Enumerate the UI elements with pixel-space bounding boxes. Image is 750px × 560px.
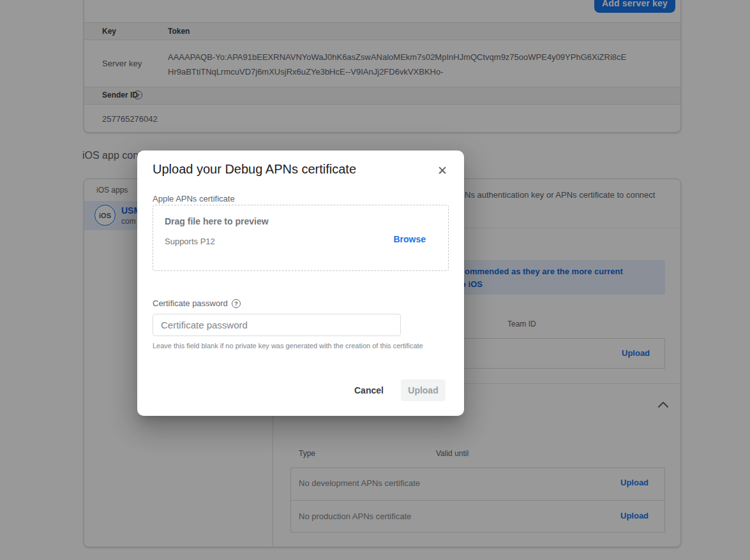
dialog-title: Upload your Debug APNs certificate <box>153 162 356 177</box>
certificate-password-label: Certificate password <box>153 298 228 308</box>
browse-link[interactable]: Browse <box>393 234 426 244</box>
certificate-dropzone[interactable]: Drag file here to preview Supports P12 B… <box>153 205 449 271</box>
cancel-button[interactable]: Cancel <box>354 385 384 395</box>
upload-button[interactable]: Upload <box>401 379 446 401</box>
password-help-icon[interactable]: ? <box>232 299 241 308</box>
certificate-password-input[interactable] <box>153 314 401 336</box>
close-icon[interactable]: ✕ <box>437 165 447 177</box>
password-helper-text: Leave this field blank if no private key… <box>153 342 423 350</box>
certificate-password-label-row: Certificate password ? <box>153 298 241 308</box>
dropzone-title: Drag file here to preview <box>165 216 269 226</box>
dropzone-subtext: Supports P12 <box>165 237 215 246</box>
upload-apns-certificate-dialog: Upload your Debug APNs certificate ✕ App… <box>137 151 464 416</box>
apns-certificate-field-label: Apple APNs certificate <box>153 194 235 203</box>
cloud-messaging-settings-page: Add server key Key Token Server key AAAA… <box>0 0 750 560</box>
